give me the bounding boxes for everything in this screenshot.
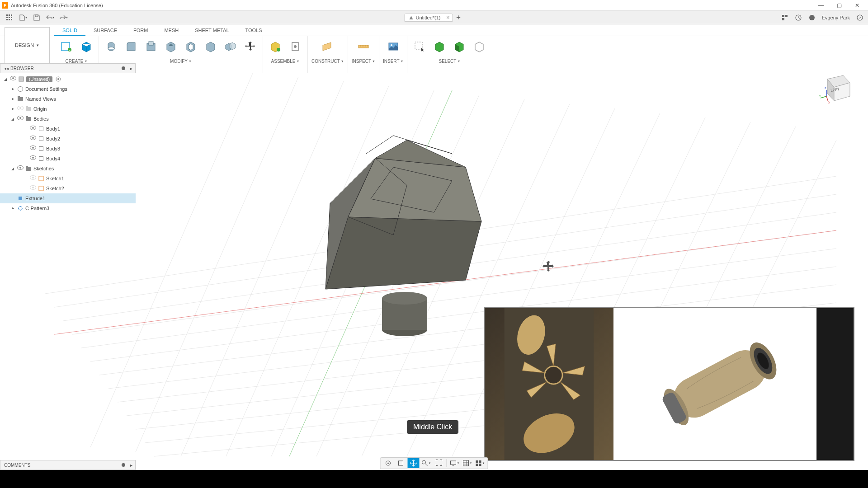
save-button[interactable]: [30, 12, 43, 23]
maximize-button[interactable]: ▢: [830, 0, 848, 10]
close-button[interactable]: ✕: [848, 0, 866, 10]
comments-options-icon[interactable]: [122, 463, 125, 467]
undo-button[interactable]: ▼: [43, 12, 57, 23]
help-button[interactable]: ?: [854, 12, 865, 23]
new-sketch-button[interactable]: +: [58, 38, 75, 55]
tree-cpattern3[interactable]: C-Pattern3: [0, 203, 136, 213]
browser-options-icon[interactable]: [122, 66, 125, 70]
press-pull-button[interactable]: [142, 38, 160, 55]
svg-rect-6: [6, 19, 8, 20]
svg-text:Y: Y: [819, 95, 821, 98]
tree-named-views[interactable]: Named Views: [0, 94, 136, 104]
svg-rect-8: [11, 19, 12, 20]
svg-rect-12: [782, 18, 784, 20]
browser-pin-icon[interactable]: ▸: [130, 66, 132, 71]
tab-tools[interactable]: TOOLS: [237, 26, 270, 36]
construct-plane-button[interactable]: [319, 38, 336, 55]
view-cube[interactable]: LEFT Y X Z: [818, 70, 854, 106]
pan-cursor-icon: [542, 260, 555, 272]
user-name[interactable]: Evgeny Park: [820, 15, 852, 20]
create-box-button[interactable]: [78, 38, 95, 55]
svg-point-25: [294, 45, 297, 48]
tree-body1[interactable]: Body1: [0, 124, 136, 134]
close-tab-button[interactable]: ×: [446, 14, 450, 21]
tree-sketch1[interactable]: Sketch1: [0, 174, 136, 183]
select-window-button[interactable]: [411, 38, 428, 55]
apps-grid-button[interactable]: [3, 12, 16, 23]
tab-mesh[interactable]: MESH: [156, 26, 187, 36]
viewport-layout-button[interactable]: ▼: [474, 458, 486, 468]
orbit-button[interactable]: [382, 458, 394, 468]
move-button[interactable]: [242, 38, 259, 55]
hole-button[interactable]: [162, 38, 179, 55]
tree-extrude1[interactable]: Extrude1: [0, 193, 136, 203]
zoom-button[interactable]: ▼: [420, 458, 432, 468]
svg-line-58: [289, 90, 452, 456]
fit-button[interactable]: ⛶: [433, 458, 445, 468]
tab-sheet-metal[interactable]: SHEET METAL: [187, 26, 237, 36]
svg-line-95: [425, 464, 428, 466]
select-edge-button[interactable]: [471, 38, 488, 55]
tab-form[interactable]: FORM: [125, 26, 156, 36]
redo-button[interactable]: ▼: [57, 12, 71, 23]
job-status-button[interactable]: [807, 12, 817, 23]
tree-body4[interactable]: Body4: [0, 154, 136, 164]
shell-button[interactable]: [182, 38, 199, 55]
new-component-button[interactable]: [267, 38, 284, 55]
svg-rect-105: [476, 464, 478, 466]
tree-bodies[interactable]: Bodies: [0, 114, 136, 124]
svg-text:Z: Z: [825, 87, 826, 89]
grid-settings-button[interactable]: ▼: [462, 458, 473, 468]
select-label[interactable]: SELECT▼: [439, 59, 461, 64]
extensions-button[interactable]: [779, 12, 790, 23]
comments-panel-header[interactable]: COMMENTS ▸: [0, 460, 136, 470]
tab-surface[interactable]: SURFACE: [85, 26, 125, 36]
svg-line-31: [54, 194, 836, 307]
combine-button[interactable]: [222, 38, 239, 55]
tab-solid[interactable]: SOLID: [54, 26, 85, 36]
extrude-button[interactable]: [103, 38, 120, 55]
svg-point-72: [18, 208, 19, 209]
modify-label[interactable]: MODIFY▼: [170, 59, 192, 64]
tree-body3[interactable]: Body3: [0, 144, 136, 154]
look-at-button[interactable]: [395, 458, 407, 468]
comments-pin-icon[interactable]: ▸: [130, 463, 132, 468]
fillet-button[interactable]: [123, 38, 140, 55]
display-settings-button[interactable]: ▼: [449, 458, 461, 468]
svg-rect-103: [476, 460, 478, 463]
joint-button[interactable]: [287, 38, 304, 55]
app-title: Autodesk Fusion 360 (Education License): [11, 3, 812, 8]
svg-line-47: [271, 90, 434, 456]
select-face-button[interactable]: [451, 38, 468, 55]
svg-point-22: [169, 44, 173, 46]
reference-image-panel[interactable]: [484, 307, 854, 461]
browser-panel-header[interactable]: ◂◂ BROWSER ▸: [0, 63, 136, 73]
tree-document-settings[interactable]: Document Settings: [0, 84, 136, 94]
construct-label[interactable]: CONSTRUCT▼: [311, 59, 344, 64]
svg-line-46: [226, 86, 389, 456]
document-tab[interactable]: Untitled*(1) ×: [404, 14, 453, 22]
pan-button[interactable]: [408, 458, 420, 468]
tree-sketch2[interactable]: Sketch2: [0, 183, 136, 193]
browser-title: BROWSER: [10, 66, 34, 71]
tree-sketches[interactable]: Sketches: [0, 164, 136, 174]
tree-root[interactable]: (Unsaved): [0, 74, 136, 84]
insert-button[interactable]: [385, 38, 402, 55]
measure-button[interactable]: [355, 38, 372, 55]
select-body-button[interactable]: [431, 38, 448, 55]
svg-point-23: [277, 48, 280, 52]
svg-point-94: [422, 460, 426, 464]
workspace-switcher[interactable]: DESIGN▼: [5, 27, 50, 63]
minimize-button[interactable]: —: [812, 0, 830, 10]
tooltip-text: Middle Click: [413, 423, 452, 431]
insert-label[interactable]: INSERT▼: [383, 59, 403, 64]
new-tab-button[interactable]: ＋: [453, 12, 464, 23]
tree-origin[interactable]: Origin: [0, 104, 136, 114]
inspect-label[interactable]: INSPECT▼: [352, 59, 375, 64]
file-menu-button[interactable]: ▼: [16, 12, 30, 23]
draft-button[interactable]: [202, 38, 219, 55]
assemble-label[interactable]: ASSEMBLE▼: [271, 59, 300, 64]
tree-body2[interactable]: Body2: [0, 134, 136, 144]
notifications-button[interactable]: [793, 12, 804, 23]
svg-point-69: [20, 206, 21, 207]
